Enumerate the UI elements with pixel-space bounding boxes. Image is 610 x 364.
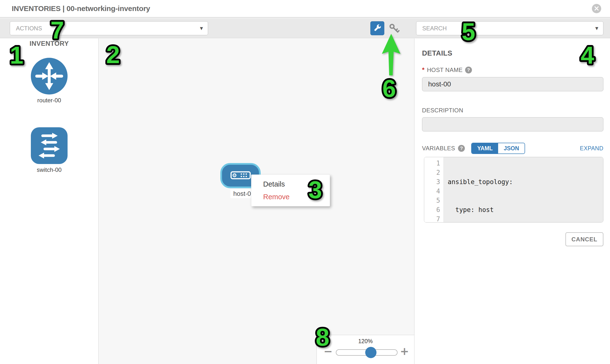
close-icon[interactable]: × (592, 4, 601, 13)
actions-dropdown[interactable]: ACTIONS ▼ (10, 21, 208, 35)
router-icon (31, 58, 67, 94)
palette-item-switch[interactable]: switch-00 (0, 127, 98, 173)
json-toggle-button[interactable]: JSON (498, 143, 525, 154)
context-menu-item-details[interactable]: Details (251, 178, 330, 190)
page-title: INVENTORIES | 00-networking-inventory (12, 4, 150, 13)
code-line: type: host (448, 205, 603, 214)
actions-dropdown-label: ACTIONS (16, 22, 42, 35)
switch-icon (31, 127, 67, 164)
toggle-toolbox-button[interactable] (370, 21, 384, 35)
zoom-level-value: 120% (317, 338, 414, 345)
host-name-field[interactable] (422, 77, 603, 91)
zoom-slider[interactable] (336, 349, 398, 356)
palette-item-label: switch-00 (0, 167, 98, 173)
key-button[interactable] (389, 24, 400, 35)
context-menu-item-remove[interactable]: Remove (251, 190, 330, 203)
header-bar: INVENTORIES | 00-networking-inventory × (0, 0, 610, 18)
inventory-palette: INVENTORY (0, 39, 99, 364)
palette-item-router[interactable]: router-00 (0, 58, 98, 104)
description-field[interactable] (422, 117, 603, 131)
inventory-topology-app: INVENTORIES | 00-networking-inventory × … (0, 0, 610, 364)
help-icon[interactable]: ? (465, 66, 472, 73)
variables-format-toggle: YAML JSON (471, 143, 525, 154)
palette-item-label: router-00 (0, 97, 98, 104)
key-icon (389, 23, 400, 35)
details-heading: DETAILS (422, 49, 603, 57)
wrench-icon (373, 24, 382, 33)
chevron-down-icon: ▼ (200, 22, 203, 35)
editor-code[interactable]: ansible_topology: type: host name: host-… (444, 157, 603, 222)
zoom-in-button[interactable]: + (400, 346, 409, 357)
expand-link[interactable]: EXPAND (580, 145, 603, 152)
node-context-menu: Details Remove (251, 175, 330, 206)
search-dropdown-label: SEARCH (422, 22, 447, 35)
zoom-out-button[interactable]: − (324, 346, 333, 357)
chevron-down-icon: ▼ (595, 22, 598, 35)
required-marker: * (422, 66, 425, 74)
help-icon[interactable]: ? (458, 145, 465, 152)
palette-heading: INVENTORY (0, 40, 98, 48)
search-dropdown[interactable]: SEARCH ▼ (416, 21, 603, 35)
code-line: ansible_topology: (448, 177, 603, 186)
zoom-slider-knob[interactable] (365, 347, 376, 358)
variables-code-editor[interactable]: 1 2 3 4 5 6 7 ansible_topology: type: ho… (424, 157, 603, 222)
description-label: DESCRIPTION (422, 107, 463, 114)
host-name-label: HOST NAME (427, 66, 463, 73)
toolbar: ACTIONS ▼ (0, 18, 610, 38)
topology-canvas[interactable]: host-00 Details Remove 120% − + (99, 39, 415, 364)
zoom-control: 120% − + (316, 335, 415, 364)
yaml-toggle-button[interactable]: YAML (472, 143, 498, 154)
variables-label: VARIABLES (422, 145, 455, 152)
details-panel: DETAILS * HOST NAME ? DESCRIPTION VARIAB… (415, 39, 610, 364)
editor-line-numbers: 1 2 3 4 5 6 7 (424, 157, 444, 222)
host-server-icon (230, 171, 251, 181)
cancel-button[interactable]: CANCEL (565, 232, 603, 246)
